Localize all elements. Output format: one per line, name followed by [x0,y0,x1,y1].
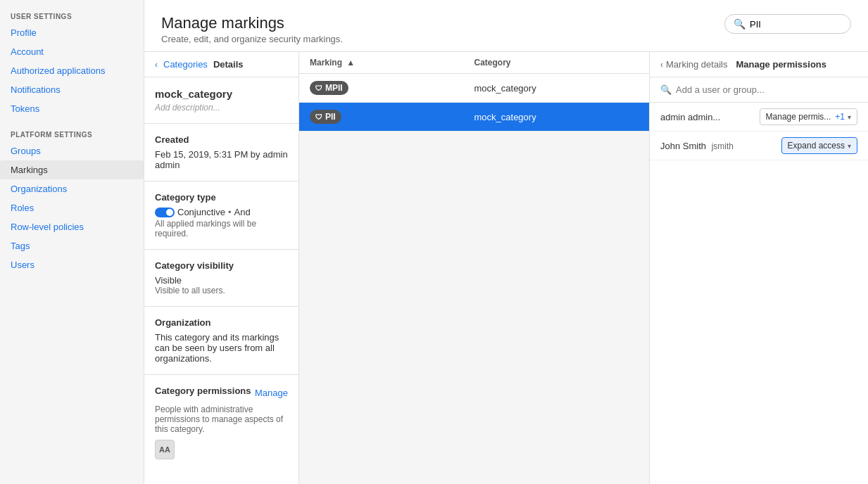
chevron-down-icon: ▾ [848,142,851,150]
visibility-label: Category visibility [155,260,288,271]
marking-badge-pii: 🛡 PII [310,110,474,124]
sidebar-item-authorized-applications[interactable]: Authorized applications [0,61,144,80]
permission-user-row-john: John Smith jsmith Expand access ▾ [650,132,868,160]
dot-separator: • [228,207,232,217]
categories-back-link[interactable]: Categories [163,59,208,70]
search-input[interactable] [750,19,842,30]
toggle-icon [155,208,175,217]
organization-desc: This category and its markings can be se… [155,332,288,364]
created-label: Created [155,134,288,145]
manage-link[interactable]: Manage [255,388,288,398]
sidebar-item-markings[interactable]: Markings [0,160,144,179]
shield-icon: 🛡 [315,113,322,121]
sidebar-item-account[interactable]: Account [0,42,144,61]
cat-permissions-header: Category permissions Manage [155,386,288,400]
sidebar-item-groups[interactable]: Groups [0,141,144,160]
search-icon: 🔍 [734,18,746,30]
category-type-label: Category type [155,192,288,203]
visibility-section: Category visibility Visible Visible to a… [144,249,298,306]
chevron-down-icon: ▾ [848,113,851,121]
sort-icon: ▲ [346,58,355,68]
cat-permissions-desc: People with administrative permissions t… [155,405,288,434]
conjunctive-row: Conjunctive • And [155,207,288,217]
required-note: All applied markings will be required. [155,219,288,238]
platform-settings-label: PLATFORM SETTINGS [0,125,144,141]
permission-dropdown-john[interactable]: Expand access ▾ [781,137,857,154]
shield-icon: 🛡 [315,84,322,92]
sidebar-item-users[interactable]: Users [0,255,144,274]
user-settings-label: USER SETTINGS [0,7,144,23]
visible-sub: Visible to all users. [155,286,288,295]
user-name-john: John Smith jsmith [660,141,776,151]
permissions-panel: ‹ Marking details Manage permissions 🔍 a… [650,52,868,484]
sidebar-item-tokens[interactable]: Tokens [0,99,144,118]
permission-label-admin: Manage permis... [766,112,831,122]
add-user-input[interactable] [676,84,857,95]
permission-user-row-admin: admin admin... Manage permis... +1 ▾ [650,103,868,132]
back-icon: ‹ [155,60,158,70]
organization-section: Organization This category and its marki… [144,306,298,374]
sidebar-item-organizations[interactable]: Organizations [0,179,144,198]
content-area: ‹ Categories Details mock_category Add d… [144,52,868,484]
markings-table-header: Marking ▲ Category [299,52,649,74]
marking-badge-mpii: 🛡 MPII [310,81,474,95]
sidebar-item-row-level-policies[interactable]: Row-level policies [0,217,144,236]
col-marking-header: Marking ▲ [310,58,474,68]
permission-label-john: Expand access [788,141,845,151]
cat-permissions-label: Category permissions [155,386,251,396]
sidebar-item-roles[interactable]: Roles [0,198,144,217]
manage-permissions-tab[interactable]: Manage permissions [736,59,826,70]
category-detail: mock_category Add description... [144,77,298,123]
and-label: And [234,207,251,217]
col-category-header: Category [474,58,639,68]
sidebar: USER SETTINGS Profile Account Authorized… [0,0,144,484]
table-row[interactable]: 🛡 MPII mock_category [299,74,649,103]
user-username-john: jsmith [712,141,734,151]
sidebar-item-tags[interactable]: Tags [0,236,144,255]
page-subtitle: Create, edit, and organize security mark… [161,34,343,44]
category-type-section: Category type Conjunctive • And All appl… [144,181,298,249]
category-desc-placeholder: Add description... [155,103,288,113]
organization-label: Organization [155,317,288,328]
page-header-text: Manage markings Create, edit, and organi… [161,14,343,44]
page-title: Manage markings [161,14,343,32]
search-box: 🔍 [724,14,851,34]
search-icon: 🔍 [660,84,672,95]
category-name: mock_category [155,88,288,100]
created-value: Feb 15, 2019, 5:31 PM by admin admin [155,149,288,170]
cat-permissions-section: Category permissions Manage People with … [144,374,298,470]
extra-label-admin: +1 [835,112,845,122]
categories-panel: ‹ Categories Details mock_category Add d… [144,52,299,484]
permission-dropdown-admin[interactable]: Manage permis... +1 ▾ [760,108,857,125]
marking-category-1: mock_category [474,112,639,122]
sidebar-item-profile[interactable]: Profile [0,23,144,42]
created-section: Created Feb 15, 2019, 5:31 PM by admin a… [144,123,298,181]
marking-category-0: mock_category [474,83,639,94]
table-row[interactable]: 🛡 PII mock_category [299,103,649,132]
page-header: Manage markings Create, edit, and organi… [144,0,868,52]
markings-panel: Marking ▲ Category 🛡 MPII mock_category [299,52,650,484]
marking-details-tab[interactable]: ‹ Marking details [660,59,727,70]
avatar-badge: AA [155,440,175,459]
panel-header: ‹ Categories Details [144,52,298,77]
sidebar-item-notifications[interactable]: Notifications [0,80,144,99]
add-user-search: 🔍 [650,77,868,103]
conjunctive-label: Conjunctive [177,207,225,217]
user-name-admin: admin admin... [660,112,754,122]
main-content: Manage markings Create, edit, and organi… [144,0,868,484]
back-icon: ‹ [660,60,663,70]
details-tab-label: Details [213,59,244,70]
permissions-panel-header: ‹ Marking details Manage permissions [650,52,868,77]
visible-label: Visible [155,275,288,286]
